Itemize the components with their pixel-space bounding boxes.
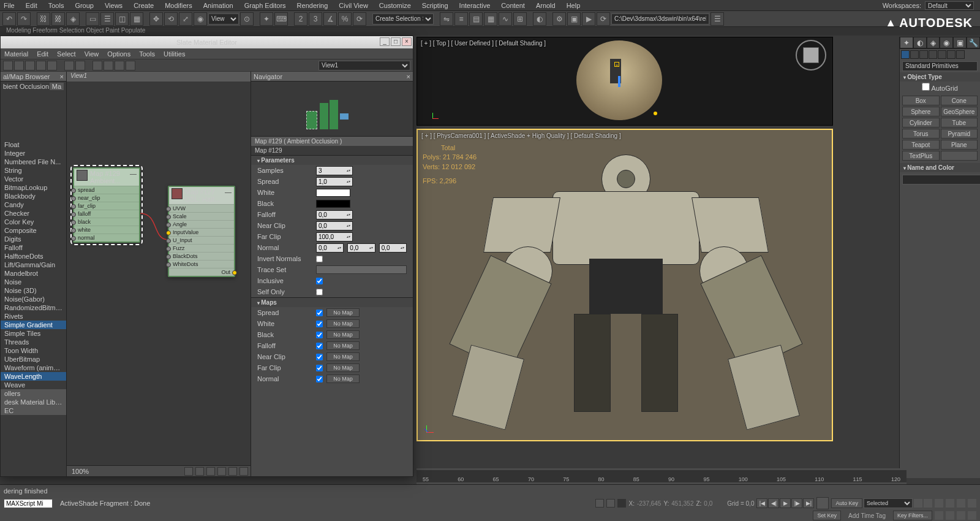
- browser-item[interactable]: HalftoneDots: [1, 252, 66, 260]
- keyboard-icon[interactable]: ⌨: [274, 12, 288, 26]
- systems-icon[interactable]: [956, 50, 965, 59]
- spacewarps-icon[interactable]: [947, 50, 956, 59]
- pan-selected-icon[interactable]: [239, 467, 248, 476]
- key-filters-icon[interactable]: [924, 499, 932, 508]
- refcoord-select[interactable]: View: [208, 13, 239, 25]
- parameter-scroll[interactable]: Parameters Samples3Spread1,0WhiteBlackFa…: [251, 155, 413, 476]
- rotate-icon[interactable]: ⟲: [164, 12, 178, 26]
- zoom-region-icon[interactable]: [206, 467, 215, 476]
- timetag-button[interactable]: Add Time Tag: [848, 512, 886, 519]
- navigator-panel[interactable]: [251, 82, 413, 137]
- close-icon[interactable]: ×: [402, 37, 412, 46]
- map-slot-button[interactable]: No Map: [326, 352, 360, 361]
- menu-tools[interactable]: Tools: [48, 2, 64, 9]
- move-children-icon[interactable]: [36, 61, 46, 70]
- window-crossing-icon[interactable]: ▦: [130, 12, 143, 26]
- vp-nav6-icon[interactable]: [946, 511, 954, 520]
- map-enable-checkbox[interactable]: [316, 332, 323, 338]
- viewport-top-label[interactable]: [ + ] [ Top ] [ User Defined ] [ Default…: [421, 40, 546, 47]
- param-checkbox[interactable]: [316, 278, 323, 284]
- layer-explorer-icon[interactable]: ▦: [484, 12, 497, 26]
- ribbon-tabs[interactable]: Modeling Freeform Selection Object Paint…: [0, 27, 980, 36]
- vp-nav7-icon[interactable]: [957, 511, 965, 520]
- set-key-icon[interactable]: [914, 499, 922, 508]
- selection-lock-icon[interactable]: [617, 499, 626, 508]
- param-color-swatch[interactable]: [316, 200, 350, 208]
- browser-item[interactable]: Noise(Gabor): [1, 295, 66, 303]
- menu-grapheditors[interactable]: Graph Editors: [244, 2, 286, 9]
- map-enable-checkbox[interactable]: [316, 354, 323, 360]
- display-tab-icon[interactable]: ▣: [953, 37, 967, 48]
- browser-item[interactable]: Float: [1, 140, 66, 149]
- map-slot-button[interactable]: No Map: [326, 330, 360, 339]
- menu-group[interactable]: Group: [75, 2, 94, 9]
- node-input-slot[interactable]: UVW: [169, 204, 234, 212]
- vp-nav4-icon[interactable]: [968, 499, 976, 508]
- slate-menu-select[interactable]: Select: [57, 50, 76, 58]
- percent-snap-icon[interactable]: %: [338, 12, 352, 26]
- browser-item[interactable]: Candy: [1, 200, 66, 209]
- key-mode-icon[interactable]: [816, 497, 829, 509]
- browser-item[interactable]: Blackbody: [1, 192, 66, 200]
- select-name-icon[interactable]: ☰: [100, 12, 114, 26]
- mirror-icon[interactable]: ⇋: [440, 12, 453, 26]
- node-input-slot[interactable]: falloff: [74, 210, 139, 218]
- browser-item[interactable]: String: [1, 166, 66, 175]
- object-name-field[interactable]: [902, 175, 980, 184]
- primitive-button[interactable]: Box: [902, 96, 940, 105]
- scale-icon[interactable]: ⤢: [179, 12, 192, 26]
- menu-file[interactable]: File: [4, 2, 15, 9]
- layout-all-icon[interactable]: [92, 61, 102, 70]
- node-canvas[interactable]: Map #129Ambient...— spreadnear_clipfar_c…: [67, 82, 251, 465]
- node-input-slot[interactable]: black: [74, 218, 139, 226]
- primitive-button[interactable]: Cylinder: [902, 118, 940, 127]
- browser-item[interactable]: RandomizedBitmaps: [1, 303, 66, 312]
- undo-icon[interactable]: ↶: [2, 12, 16, 26]
- snap3d-icon[interactable]: 3: [309, 12, 322, 26]
- pivot-icon[interactable]: ⊙: [240, 12, 254, 26]
- select-icon[interactable]: ▭: [86, 12, 99, 26]
- primitive-button[interactable]: GeoSphere: [941, 107, 978, 116]
- map-enable-checkbox[interactable]: [316, 321, 323, 327]
- slate-menu-tools[interactable]: Tools: [139, 50, 155, 58]
- workspaces-select[interactable]: Default: [925, 1, 974, 10]
- slate-menu-utilities[interactable]: Utilities: [164, 50, 185, 58]
- goto-end-icon[interactable]: ▶|: [803, 498, 814, 508]
- manip-icon[interactable]: ✦: [260, 12, 273, 26]
- map-enable-checkbox[interactable]: [316, 310, 323, 316]
- browser-item[interactable]: Waveform (animated): [1, 363, 66, 372]
- render-sample-icon[interactable]: [126, 61, 135, 70]
- viewport-top[interactable]: [ + ] [ Top ] [ User Defined ] [ Default…: [417, 37, 833, 126]
- slate-menu-view[interactable]: View: [85, 50, 99, 58]
- vp-nav5-icon[interactable]: [935, 511, 943, 520]
- browser-item[interactable]: Noise: [1, 278, 66, 286]
- layout-children-icon[interactable]: [104, 61, 113, 70]
- primitive-button[interactable]: Sphere: [902, 107, 940, 116]
- spinner-snap-icon[interactable]: ⟳: [353, 12, 366, 26]
- next-frame-icon[interactable]: |▶: [791, 498, 802, 508]
- browser-item[interactable]: UberBitmap: [1, 355, 66, 363]
- angle-snap-icon[interactable]: ∡: [323, 12, 337, 26]
- param-spinner[interactable]: 100,0: [316, 232, 353, 241]
- param-spinner[interactable]: 0,0: [379, 243, 407, 253]
- param-checkbox[interactable]: [316, 289, 323, 295]
- browser-item[interactable]: Threads: [1, 338, 66, 346]
- snap2d-icon[interactable]: 2: [294, 12, 307, 26]
- browser-item[interactable]: Toon Width: [1, 346, 66, 355]
- menu-customize[interactable]: Customize: [379, 2, 411, 9]
- rollout-parameters[interactable]: Parameters: [251, 155, 413, 165]
- align-icon[interactable]: ≡: [454, 12, 468, 26]
- menu-content[interactable]: Content: [501, 2, 525, 9]
- rollout-name-color[interactable]: Name and Color: [900, 163, 980, 172]
- node-input-slot[interactable]: Angle: [169, 220, 234, 228]
- param-text[interactable]: [316, 265, 407, 274]
- map-enable-checkbox[interactable]: [316, 376, 323, 382]
- primitive-button[interactable]: TextPlus: [902, 151, 940, 161]
- lock-icon[interactable]: [595, 499, 604, 508]
- key-filter-select[interactable]: Selected: [864, 498, 913, 508]
- browser-item[interactable]: Vector: [1, 175, 66, 183]
- vp-nav8-icon[interactable]: [968, 511, 976, 520]
- menu-modifiers[interactable]: Modifiers: [165, 2, 192, 9]
- menu-rendering[interactable]: Rendering: [297, 2, 328, 9]
- slate-menu-material[interactable]: Material: [4, 50, 28, 58]
